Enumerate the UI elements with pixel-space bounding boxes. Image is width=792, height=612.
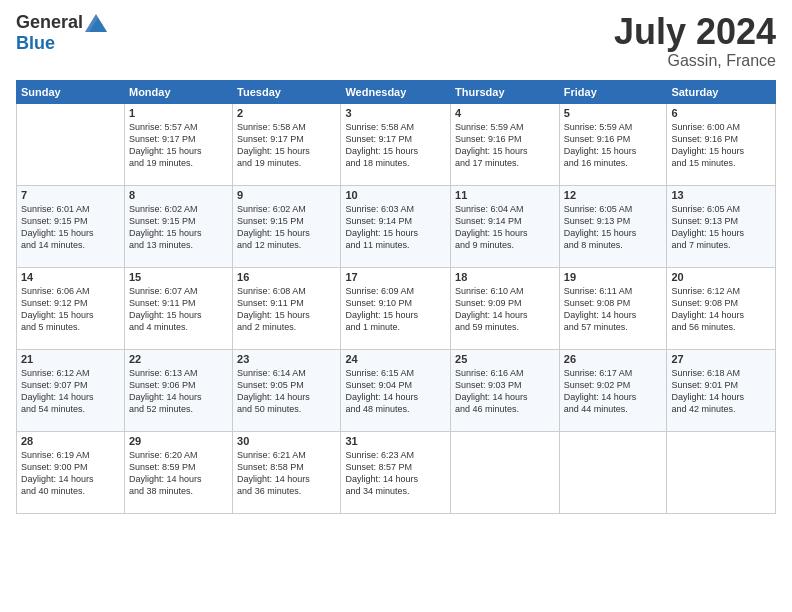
calendar-cell <box>451 431 560 513</box>
day-number: 30 <box>237 435 336 447</box>
calendar-cell: 31Sunrise: 6:23 AMSunset: 8:57 PMDayligh… <box>341 431 451 513</box>
day-number: 5 <box>564 107 663 119</box>
calendar-cell: 11Sunrise: 6:04 AMSunset: 9:14 PMDayligh… <box>451 185 560 267</box>
logo-general-text: General <box>16 12 83 33</box>
cell-content: Sunrise: 6:01 AMSunset: 9:15 PMDaylight:… <box>21 203 120 252</box>
cell-content: Sunrise: 6:12 AMSunset: 9:07 PMDaylight:… <box>21 367 120 416</box>
cell-content: Sunrise: 6:08 AMSunset: 9:11 PMDaylight:… <box>237 285 336 334</box>
cell-content: Sunrise: 5:59 AMSunset: 9:16 PMDaylight:… <box>455 121 555 170</box>
logo-icon <box>85 14 107 32</box>
day-number: 9 <box>237 189 336 201</box>
cell-content: Sunrise: 6:02 AMSunset: 9:15 PMDaylight:… <box>237 203 336 252</box>
calendar-cell: 18Sunrise: 6:10 AMSunset: 9:09 PMDayligh… <box>451 267 560 349</box>
cell-content: Sunrise: 6:11 AMSunset: 9:08 PMDaylight:… <box>564 285 663 334</box>
day-number: 7 <box>21 189 120 201</box>
calendar-cell: 17Sunrise: 6:09 AMSunset: 9:10 PMDayligh… <box>341 267 451 349</box>
title-block: July 2024 Gassin, France <box>614 12 776 70</box>
calendar-cell: 22Sunrise: 6:13 AMSunset: 9:06 PMDayligh… <box>124 349 232 431</box>
calendar-cell: 16Sunrise: 6:08 AMSunset: 9:11 PMDayligh… <box>233 267 341 349</box>
calendar-cell: 3Sunrise: 5:58 AMSunset: 9:17 PMDaylight… <box>341 103 451 185</box>
calendar-cell: 4Sunrise: 5:59 AMSunset: 9:16 PMDaylight… <box>451 103 560 185</box>
cell-content: Sunrise: 6:12 AMSunset: 9:08 PMDaylight:… <box>671 285 771 334</box>
col-header-saturday: Saturday <box>667 80 776 103</box>
day-number: 28 <box>21 435 120 447</box>
calendar-cell: 30Sunrise: 6:21 AMSunset: 8:58 PMDayligh… <box>233 431 341 513</box>
calendar-cell: 27Sunrise: 6:18 AMSunset: 9:01 PMDayligh… <box>667 349 776 431</box>
cell-content: Sunrise: 5:57 AMSunset: 9:17 PMDaylight:… <box>129 121 228 170</box>
day-number: 29 <box>129 435 228 447</box>
cell-content: Sunrise: 6:03 AMSunset: 9:14 PMDaylight:… <box>345 203 446 252</box>
day-number: 14 <box>21 271 120 283</box>
day-number: 13 <box>671 189 771 201</box>
logo-blue-text: Blue <box>16 33 55 53</box>
calendar-cell: 20Sunrise: 6:12 AMSunset: 9:08 PMDayligh… <box>667 267 776 349</box>
col-header-monday: Monday <box>124 80 232 103</box>
calendar-cell: 10Sunrise: 6:03 AMSunset: 9:14 PMDayligh… <box>341 185 451 267</box>
calendar-cell: 7Sunrise: 6:01 AMSunset: 9:15 PMDaylight… <box>17 185 125 267</box>
day-number: 3 <box>345 107 446 119</box>
day-number: 16 <box>237 271 336 283</box>
calendar-cell: 26Sunrise: 6:17 AMSunset: 9:02 PMDayligh… <box>559 349 667 431</box>
cell-content: Sunrise: 6:16 AMSunset: 9:03 PMDaylight:… <box>455 367 555 416</box>
day-number: 20 <box>671 271 771 283</box>
cell-content: Sunrise: 5:58 AMSunset: 9:17 PMDaylight:… <box>237 121 336 170</box>
day-number: 22 <box>129 353 228 365</box>
day-number: 26 <box>564 353 663 365</box>
calendar-cell: 29Sunrise: 6:20 AMSunset: 8:59 PMDayligh… <box>124 431 232 513</box>
day-number: 1 <box>129 107 228 119</box>
calendar-cell: 28Sunrise: 6:19 AMSunset: 9:00 PMDayligh… <box>17 431 125 513</box>
day-number: 11 <box>455 189 555 201</box>
cell-content: Sunrise: 6:10 AMSunset: 9:09 PMDaylight:… <box>455 285 555 334</box>
cell-content: Sunrise: 6:19 AMSunset: 9:00 PMDaylight:… <box>21 449 120 498</box>
title-month: July 2024 <box>614 12 776 52</box>
header: General Blue July 2024 Gassin, France <box>16 12 776 70</box>
cell-content: Sunrise: 6:05 AMSunset: 9:13 PMDaylight:… <box>564 203 663 252</box>
cell-content: Sunrise: 6:14 AMSunset: 9:05 PMDaylight:… <box>237 367 336 416</box>
day-number: 24 <box>345 353 446 365</box>
day-number: 18 <box>455 271 555 283</box>
col-header-sunday: Sunday <box>17 80 125 103</box>
calendar-cell: 24Sunrise: 6:15 AMSunset: 9:04 PMDayligh… <box>341 349 451 431</box>
day-number: 25 <box>455 353 555 365</box>
calendar-cell: 2Sunrise: 5:58 AMSunset: 9:17 PMDaylight… <box>233 103 341 185</box>
cell-content: Sunrise: 6:17 AMSunset: 9:02 PMDaylight:… <box>564 367 663 416</box>
day-number: 8 <box>129 189 228 201</box>
calendar-cell <box>17 103 125 185</box>
calendar-cell: 13Sunrise: 6:05 AMSunset: 9:13 PMDayligh… <box>667 185 776 267</box>
day-number: 10 <box>345 189 446 201</box>
calendar-cell <box>667 431 776 513</box>
col-header-friday: Friday <box>559 80 667 103</box>
day-number: 2 <box>237 107 336 119</box>
logo: General Blue <box>16 12 107 54</box>
cell-content: Sunrise: 6:09 AMSunset: 9:10 PMDaylight:… <box>345 285 446 334</box>
day-number: 15 <box>129 271 228 283</box>
calendar-cell: 8Sunrise: 6:02 AMSunset: 9:15 PMDaylight… <box>124 185 232 267</box>
day-number: 4 <box>455 107 555 119</box>
day-number: 12 <box>564 189 663 201</box>
col-header-tuesday: Tuesday <box>233 80 341 103</box>
title-location: Gassin, France <box>614 52 776 70</box>
day-number: 21 <box>21 353 120 365</box>
calendar-cell: 1Sunrise: 5:57 AMSunset: 9:17 PMDaylight… <box>124 103 232 185</box>
cell-content: Sunrise: 6:15 AMSunset: 9:04 PMDaylight:… <box>345 367 446 416</box>
day-number: 31 <box>345 435 446 447</box>
cell-content: Sunrise: 6:00 AMSunset: 9:16 PMDaylight:… <box>671 121 771 170</box>
calendar-cell: 9Sunrise: 6:02 AMSunset: 9:15 PMDaylight… <box>233 185 341 267</box>
calendar-cell: 19Sunrise: 6:11 AMSunset: 9:08 PMDayligh… <box>559 267 667 349</box>
calendar-table: SundayMondayTuesdayWednesdayThursdayFrid… <box>16 80 776 514</box>
calendar-cell: 21Sunrise: 6:12 AMSunset: 9:07 PMDayligh… <box>17 349 125 431</box>
page: General Blue July 2024 Gassin, France Su… <box>0 0 792 612</box>
cell-content: Sunrise: 6:06 AMSunset: 9:12 PMDaylight:… <box>21 285 120 334</box>
calendar-cell: 12Sunrise: 6:05 AMSunset: 9:13 PMDayligh… <box>559 185 667 267</box>
cell-content: Sunrise: 6:04 AMSunset: 9:14 PMDaylight:… <box>455 203 555 252</box>
cell-content: Sunrise: 5:58 AMSunset: 9:17 PMDaylight:… <box>345 121 446 170</box>
cell-content: Sunrise: 6:23 AMSunset: 8:57 PMDaylight:… <box>345 449 446 498</box>
cell-content: Sunrise: 6:07 AMSunset: 9:11 PMDaylight:… <box>129 285 228 334</box>
day-number: 6 <box>671 107 771 119</box>
cell-content: Sunrise: 6:02 AMSunset: 9:15 PMDaylight:… <box>129 203 228 252</box>
calendar-cell: 6Sunrise: 6:00 AMSunset: 9:16 PMDaylight… <box>667 103 776 185</box>
day-number: 17 <box>345 271 446 283</box>
cell-content: Sunrise: 6:18 AMSunset: 9:01 PMDaylight:… <box>671 367 771 416</box>
calendar-cell: 5Sunrise: 5:59 AMSunset: 9:16 PMDaylight… <box>559 103 667 185</box>
cell-content: Sunrise: 6:05 AMSunset: 9:13 PMDaylight:… <box>671 203 771 252</box>
